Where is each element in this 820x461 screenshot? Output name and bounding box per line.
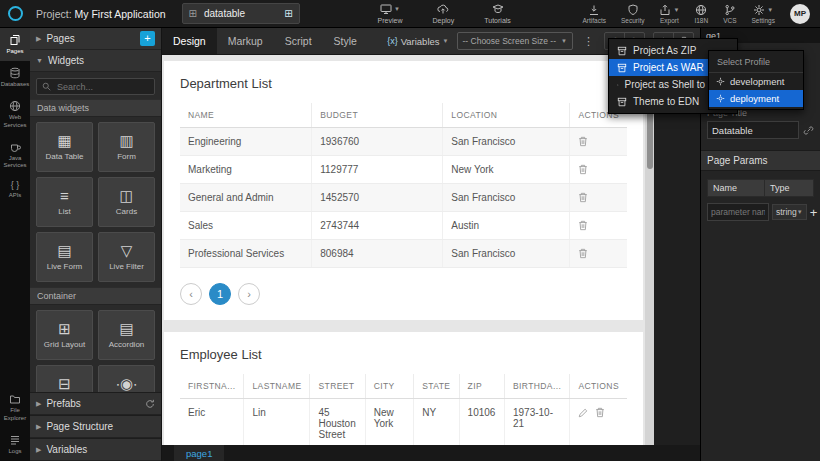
widget-tile-data-table[interactable]: ▦Data Table	[36, 122, 93, 172]
preview-button[interactable]: ▼ Preview	[378, 3, 403, 24]
column-header[interactable]: ZIP	[459, 374, 504, 399]
param-type-select[interactable]: string ▼	[772, 204, 807, 220]
submenu-header: Select Profile	[709, 53, 803, 73]
export-button[interactable]: ▼ Export	[659, 4, 679, 24]
open-page-tab[interactable]: ⊞ datatable ⊞	[182, 3, 300, 24]
chevron-down-icon: ▼	[36, 57, 43, 64]
pagination-prev-button[interactable]: ‹	[180, 283, 202, 305]
rail-item-file-explorer[interactable]: File Explorer	[0, 387, 30, 427]
tutorials-button[interactable]: Tutorials	[484, 3, 511, 24]
table-row[interactable]: Professional Services 806984 San Francis…	[180, 240, 627, 268]
pages-icon	[9, 34, 21, 46]
design-canvas[interactable]: Department List NAME BUDGET LOCATION ACT…	[162, 55, 654, 445]
table-row[interactable]: Eric Lin 45 Houston Street New York NY 1…	[180, 399, 627, 446]
tab-style[interactable]: Style	[323, 28, 368, 54]
data-table-icon: ▦	[57, 133, 71, 148]
deploy-button[interactable]: Deploy	[432, 3, 454, 24]
table-row[interactable]: Marketing 1129777 New York	[180, 156, 627, 184]
grid-layout-icon: ⊞	[58, 321, 71, 336]
rail-item-logs[interactable]: Logs	[0, 428, 30, 461]
param-name-input[interactable]	[707, 203, 769, 221]
edit-row-pencil-icon[interactable]	[578, 408, 588, 418]
variables-dropdown[interactable]: {x} Variables ▼	[387, 36, 448, 47]
grid-icon: ⊞	[189, 9, 197, 19]
tab-markup[interactable]: Markup	[217, 28, 274, 54]
page-structure-label: Page Structure	[46, 421, 113, 432]
project-label: Project: My First Application	[36, 8, 166, 20]
screen-size-select[interactable]: -- Choose Screen Size -- ▼	[457, 32, 574, 50]
table-row[interactable]: General and Admin 1452570 San Francisco	[180, 184, 627, 212]
employee-list-widget[interactable]: Employee List FIRSTNA... LASTNAME STREET…	[164, 332, 643, 445]
column-header[interactable]: LASTNAME	[244, 374, 310, 399]
artifacts-button[interactable]: Artifacts	[582, 4, 605, 24]
add-param-button[interactable]: +	[810, 206, 818, 219]
link-icon[interactable]	[803, 125, 814, 136]
user-avatar[interactable]: MP	[790, 4, 810, 24]
vcs-button[interactable]: VCS	[723, 4, 736, 24]
app-logo[interactable]	[0, 0, 30, 27]
param-table-header: Name Type	[707, 179, 814, 197]
security-button[interactable]: Security	[621, 4, 644, 24]
column-header[interactable]: CITY	[365, 374, 414, 399]
widget-tile-list[interactable]: ≡List	[36, 177, 93, 227]
page-title-input[interactable]	[707, 121, 799, 139]
widget-tile-cards[interactable]: ◫Cards	[98, 177, 155, 227]
submenu-item-development[interactable]: development	[709, 73, 803, 90]
column-header[interactable]: STREET	[310, 374, 365, 399]
delete-row-trash-icon[interactable]	[578, 248, 588, 259]
dashboard-switcher-icon[interactable]: ⊞	[284, 9, 292, 19]
delete-row-trash-icon[interactable]	[578, 164, 588, 175]
department-list-widget[interactable]: Department List NAME BUDGET LOCATION ACT…	[164, 61, 643, 320]
prefabs-section-header[interactable]: ▶ Prefabs	[30, 392, 161, 415]
column-header[interactable]: BIRTHDA...	[504, 374, 569, 399]
widget-tile-form[interactable]: ▥Form	[98, 122, 155, 172]
widget-tile-accordion[interactable]: ▤Accordion	[98, 310, 155, 360]
widget-tile-grid-layout[interactable]: ⊞Grid Layout	[36, 310, 93, 360]
add-page-button[interactable]: +	[140, 31, 155, 46]
column-header[interactable]: BUDGET	[312, 103, 443, 128]
column-header[interactable]: FIRSTNA...	[180, 374, 244, 399]
more-options-kebab-icon[interactable]: ⋮	[581, 35, 596, 48]
preview-icon	[380, 3, 392, 15]
page-params-header[interactable]: Page Params	[701, 150, 820, 171]
table-row[interactable]: Engineering 1936760 San Francisco	[180, 128, 627, 156]
rail-item-pages[interactable]: Pages	[0, 28, 30, 61]
rail-item-databases[interactable]: Databases	[0, 61, 30, 94]
rail-item-apis[interactable]: { } APIs	[0, 175, 30, 205]
cell: 2743744	[312, 212, 443, 240]
widget-tile-live-form[interactable]: ▤Live Form	[36, 232, 93, 282]
column-header[interactable]: NAME	[180, 103, 312, 128]
tab-script[interactable]: Script	[274, 28, 323, 54]
screen-size-value: -- Choose Screen Size --	[463, 36, 557, 46]
i18n-button[interactable]: I18N	[694, 4, 708, 24]
widget-tile-wizard[interactable]: ∙◉∙Wizard	[98, 365, 155, 392]
column-header[interactable]: STATE	[414, 374, 459, 399]
delete-row-trash-icon[interactable]	[595, 407, 605, 418]
pagination-page-1[interactable]: 1	[209, 283, 231, 305]
widgets-section-header[interactable]: ▼ Widgets	[30, 50, 161, 72]
settings-button[interactable]: ▼ Settings	[752, 4, 776, 24]
rail-item-java-services[interactable]: Java Services	[0, 135, 30, 175]
cell: NY	[414, 399, 459, 446]
pages-section-header[interactable]: ▶ Pages +	[30, 28, 161, 50]
delete-row-trash-icon[interactable]	[578, 220, 588, 231]
refresh-prefabs-button[interactable]	[145, 399, 155, 409]
tab-design[interactable]: Design	[162, 28, 217, 54]
widget-search-input[interactable]	[55, 81, 149, 93]
variables-section-header[interactable]: ▶ Variables	[30, 438, 161, 461]
column-header[interactable]: LOCATION	[443, 103, 570, 128]
widget-tile-tabs[interactable]: ⊟Tabs	[36, 365, 93, 392]
cell: 45 Houston Street	[310, 399, 365, 446]
rail-item-web-services[interactable]: Web Services	[0, 94, 30, 134]
delete-row-trash-icon[interactable]	[578, 192, 588, 203]
folder-icon	[9, 393, 21, 405]
table-row[interactable]: Sales 2743744 Austin	[180, 212, 627, 240]
pagination-next-button[interactable]: ›	[238, 283, 260, 305]
submenu-item-deployment[interactable]: deployment	[709, 90, 803, 107]
delete-row-trash-icon[interactable]	[578, 136, 588, 147]
widget-tile-live-filter[interactable]: ▽Live Filter	[98, 232, 155, 282]
column-header[interactable]: ACTIONS	[570, 374, 627, 399]
widgets-panel: Data widgets ▦Data Table ▥Form ≡List ◫Ca…	[30, 72, 161, 392]
page-structure-section-header[interactable]: ▶ Page Structure	[30, 415, 161, 438]
open-page-bottom-tab[interactable]: page1	[174, 445, 224, 461]
